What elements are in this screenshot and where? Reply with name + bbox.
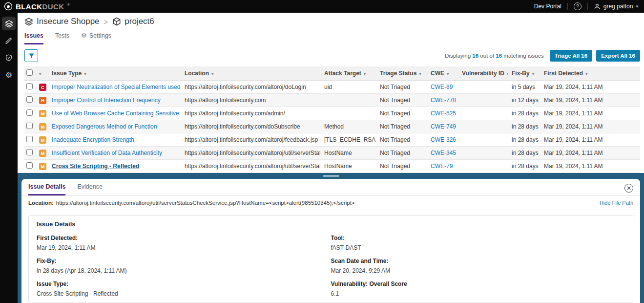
sidebar-item-settings[interactable]: ⚙: [2, 68, 16, 82]
column-header[interactable]: Location▾: [181, 66, 320, 81]
issue-type-link[interactable]: Improper Control of Interaction Frequenc…: [52, 97, 161, 104]
tab-tests[interactable]: Tests: [55, 32, 69, 44]
cwe-link[interactable]: CWE-89: [431, 84, 453, 90]
detail-field-value: in 28 days (Apr 18, 2024, 1:11 AM): [37, 267, 331, 274]
tab-issue-details[interactable]: Issue Details: [28, 183, 65, 195]
cwe-link[interactable]: CWE-79: [431, 163, 453, 170]
column-header[interactable]: Attack Target▾: [320, 66, 376, 81]
row-checkbox[interactable]: [26, 136, 33, 142]
issue-type-link[interactable]: Exposed Dangerous Method or Function: [52, 123, 157, 130]
table-row[interactable]: H Improper Control of Interaction Freque…: [24, 94, 640, 107]
triage-status-cell: Not Triaged: [376, 147, 427, 160]
tab-tests-label: Tests: [55, 32, 69, 39]
cwe-link[interactable]: CWE-345: [431, 150, 456, 156]
user-menu[interactable]: greg patton ▾: [594, 3, 638, 10]
select-all-checkbox[interactable]: [26, 69, 33, 76]
attack-target-cell: HostName: [320, 160, 376, 173]
table-row[interactable]: M Inadequate Encryption Strength https:/…: [24, 133, 640, 147]
attack-target-cell: [TLS_ECDHE_RSA_WITH...: [320, 133, 376, 147]
issue-details-box: Issue Details First Detected: Mar 19, 20…: [28, 215, 633, 303]
cwe-link[interactable]: CWE-326: [431, 136, 456, 143]
attack-target-cell: Method: [320, 120, 376, 133]
issue-type-link[interactable]: Inadequate Encryption Strength: [52, 136, 134, 143]
logo-registered-mark: ®: [67, 3, 70, 6]
table-row[interactable]: M Exposed Dangerous Method or Function h…: [24, 120, 640, 133]
row-checkbox[interactable]: [26, 96, 33, 103]
table-row[interactable]: M Use of Web Browser Cache Containing Se…: [24, 107, 640, 120]
column-header[interactable]: CWE▾: [427, 66, 458, 81]
column-header[interactable]: Triage Status▾: [376, 66, 427, 81]
displaying-prefix: Displaying: [445, 53, 471, 59]
column-header[interactable]: Fix-By▾: [508, 66, 540, 81]
issue-type-link[interactable]: Cross Site Scripting - Reflected: [52, 163, 139, 170]
attack-target-cell: uid: [320, 81, 376, 94]
severity-sort-header[interactable]: ▾: [35, 66, 48, 81]
cwe-link[interactable]: CWE-525: [431, 110, 456, 117]
row-checkbox[interactable]: [26, 109, 33, 116]
table-row[interactable]: M Cross Site Scripting - Reflected https…: [24, 160, 640, 173]
panel-splitter[interactable]: [18, 173, 644, 179]
detail-field-label: First Detected:: [37, 235, 331, 241]
blackduck-logo[interactable]: BLACKDUCK ®: [4, 2, 70, 11]
fix-by-cell: in 28 days: [508, 120, 540, 133]
location-cell: https://altoroj.tinfoilsecurity.com/alto…: [181, 133, 320, 147]
fix-by-cell: in 28 days: [508, 147, 540, 160]
cwe-link[interactable]: CWE-770: [431, 97, 456, 104]
hide-file-path-link[interactable]: Hide File Path: [600, 200, 633, 206]
row-checkbox[interactable]: [26, 83, 33, 89]
cwe-link[interactable]: CWE-749: [431, 123, 456, 130]
body-row: ⚙ Insecure Shoppe > project6: [0, 13, 644, 303]
sort-caret-icon: ▾: [507, 71, 508, 76]
vulnerability-id-cell: [458, 133, 508, 147]
sidebar-item-security[interactable]: [2, 51, 16, 65]
detail-field: Scan Date and Time: Mar 20, 2024, 9:29 A…: [331, 258, 625, 274]
breadcrumb-parent[interactable]: Insecure Shoppe: [24, 17, 100, 26]
first-detected-cell: Mar 19, 2024, 1:11 AM: [540, 147, 640, 160]
filter-funnel-icon: [28, 52, 35, 60]
column-header[interactable]: Vulnerability ID▾: [458, 66, 508, 81]
detail-field-label: Fix-By:: [37, 258, 331, 264]
close-details-button[interactable]: ✕: [624, 184, 633, 193]
displaying-total-count: 16: [496, 53, 502, 59]
select-all-header: [24, 66, 35, 81]
issue-type-link[interactable]: Improper Neutralization of Special Eleme…: [52, 84, 181, 90]
topbar-right: Dev Portal ? greg patton ▾: [534, 2, 638, 10]
detail-field: Issue Type: Cross Site Scripting - Refle…: [37, 281, 331, 297]
sidebar-item-projects[interactable]: [2, 17, 16, 30]
triage-status-cell: Not Triaged: [376, 81, 427, 94]
vulnerability-id-cell: [458, 94, 508, 107]
sidebar-item-tools[interactable]: [2, 34, 16, 47]
detail-field-value: Mar 20, 2024, 9:29 AM: [331, 267, 625, 274]
help-icon[interactable]: ?: [574, 2, 582, 10]
main-content: Insecure Shoppe > project6 Issues Tests …: [18, 13, 644, 303]
first-detected-cell: Mar 19, 2024, 1:11 AM: [540, 94, 640, 107]
table-row[interactable]: C Improper Neutralization of Special Ele…: [24, 81, 640, 94]
filter-button[interactable]: [24, 49, 38, 62]
issue-type-link[interactable]: Use of Web Browser Cache Containing Sens…: [52, 110, 181, 117]
duck-logo-icon: [4, 2, 13, 11]
issue-type-link[interactable]: Insufficient Verification of Data Authen…: [52, 150, 162, 156]
breadcrumb-current[interactable]: project6: [112, 17, 154, 26]
row-checkbox[interactable]: [26, 123, 33, 129]
export-all-button[interactable]: Export All 16: [596, 50, 640, 62]
column-header[interactable]: First Detected▾: [540, 66, 640, 81]
row-checkbox[interactable]: [26, 149, 33, 155]
vulnerability-id-cell: [458, 160, 508, 173]
tab-issues[interactable]: Issues: [24, 32, 43, 44]
dev-portal-link[interactable]: Dev Portal: [534, 3, 561, 10]
row-checkbox[interactable]: [26, 162, 33, 169]
triage-all-button[interactable]: Triage All 16: [550, 50, 592, 62]
first-detected-cell: Mar 19, 2024, 1:11 AM: [540, 120, 640, 133]
displaying-status: Displaying 16 out of 16 matching issues: [445, 53, 544, 59]
column-header[interactable]: Issue Type▾: [48, 66, 181, 81]
tab-evidence[interactable]: Evidence: [77, 183, 102, 195]
table-row[interactable]: M Insufficient Verification of Data Auth…: [24, 147, 640, 160]
breadcrumb-separator: >: [104, 18, 108, 26]
detail-field-value: fAST-DAST: [331, 244, 625, 251]
details-area: Issue Details Evidence ✕ Location: https…: [18, 179, 644, 303]
severity-badge: H: [39, 97, 46, 104]
cube-icon: [112, 17, 121, 26]
tab-settings[interactable]: ⚙Settings: [81, 32, 111, 44]
detail-field-label: Scan Date and Time:: [331, 258, 625, 264]
detail-field: Fix-By: in 28 days (Apr 18, 2024, 1:11 A…: [37, 258, 331, 274]
